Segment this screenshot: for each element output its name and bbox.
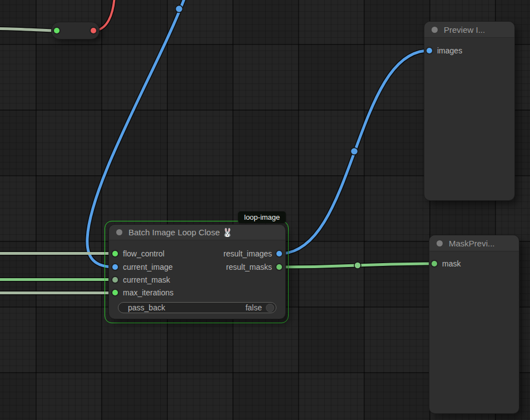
widget-label: pass_back [128, 303, 245, 312]
node-preview-image[interactable]: Preview I... images [424, 22, 514, 200]
collapse-dot-icon[interactable] [116, 229, 122, 235]
reroute-output-port[interactable] [91, 28, 96, 33]
node-batch-image-loop-close[interactable]: Batch Image Loop Close 🐰 flow_control cu… [109, 225, 285, 319]
port-label: mask [442, 259, 460, 268]
input-port-mask[interactable] [432, 261, 437, 266]
output-port-result-masks[interactable] [276, 264, 282, 270]
input-port-images[interactable] [427, 48, 432, 53]
node-badge-loop-image[interactable]: loop-image [238, 211, 286, 223]
wire-result-images-to-preview[interactable] [280, 51, 429, 254]
port-label: result_masks [226, 263, 272, 271]
output-port-result-images[interactable] [276, 251, 282, 256]
port-label: images [437, 46, 462, 55]
port-label: result_images [224, 249, 272, 258]
output-slot-result-masks: result_masks [109, 261, 285, 273]
input-slot-current-mask: current_mask [109, 274, 285, 286]
collapse-dot-icon[interactable] [432, 27, 438, 33]
widget-pass-back-toggle[interactable]: pass_back false [118, 302, 276, 313]
node-mask-preview[interactable]: MaskPrevi... mask [429, 235, 519, 413]
port-label: current_mask [123, 275, 170, 284]
input-slot-images: images [424, 45, 514, 57]
widget-value: false [245, 303, 262, 312]
toggle-knob-icon[interactable] [266, 304, 274, 312]
output-slot-result-images: result_images [109, 248, 285, 260]
node-title: Batch Image Loop Close 🐰 [128, 228, 232, 238]
input-slot-mask: mask [429, 258, 519, 270]
collapse-dot-icon[interactable] [437, 240, 443, 246]
node-title-bar[interactable]: Preview I... [424, 22, 514, 38]
reroute-input-port[interactable] [54, 28, 60, 33]
node-graph-canvas[interactable]: loop-image Batch Image Loop Close 🐰 flow… [0, 0, 530, 420]
node-title-bar[interactable]: MaskPrevi... [429, 235, 519, 251]
node-badge-label: loop-image [244, 213, 280, 221]
node-title: Preview I... [444, 25, 485, 34]
input-port-current-mask[interactable] [112, 277, 118, 283]
input-slot-max-iterations: max_iterations [109, 286, 285, 299]
node-title-bar[interactable]: Batch Image Loop Close 🐰 [109, 225, 285, 240]
input-port-max-iterations[interactable] [112, 290, 118, 295]
node-reroute[interactable] [52, 22, 99, 39]
port-label: max_iterations [123, 288, 174, 297]
node-title: MaskPrevi... [449, 239, 495, 248]
